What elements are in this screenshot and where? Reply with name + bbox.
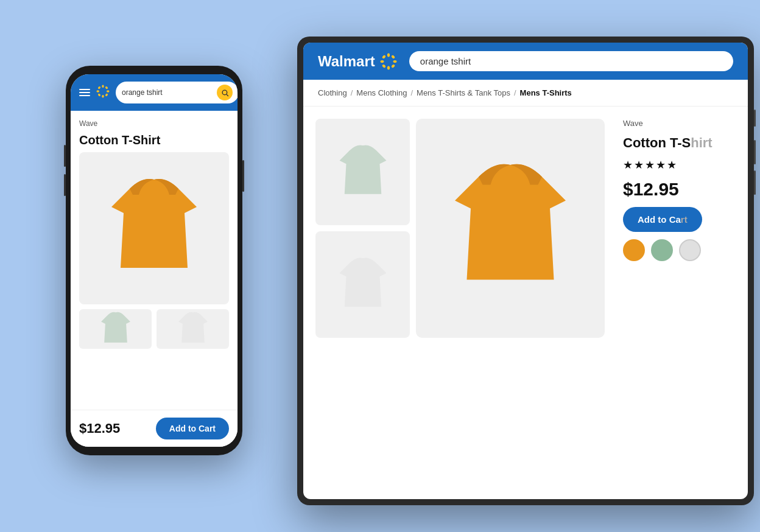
tablet-rating-stars: ★ ★ ★ ★ ★	[623, 158, 736, 172]
svg-point-10	[387, 53, 390, 57]
walmart-logo: Walmart	[318, 53, 397, 70]
walmart-spark-icon-phone	[96, 85, 110, 101]
svg-point-16	[391, 54, 395, 58]
tablet-power-button	[754, 110, 756, 127]
phone-thumb-1[interactable]	[79, 309, 152, 349]
svg-line-9	[226, 94, 228, 96]
breadcrumb-mens-clothing[interactable]: Mens Clothing	[356, 88, 407, 97]
svg-point-5	[105, 93, 108, 97]
svg-point-1	[102, 94, 104, 97]
walmart-spark-icon	[380, 53, 397, 70]
svg-point-12	[380, 60, 384, 62]
swatch-white[interactable]	[679, 239, 701, 261]
tablet-search-bar[interactable]	[409, 51, 733, 71]
svg-point-17	[382, 64, 386, 68]
phone-vol-down-button	[64, 174, 66, 196]
breadcrumb-current: Mens T-Shirts	[520, 88, 572, 97]
breadcrumb-mens-tshirts-tank[interactable]: Mens T-Shirts & Tank Tops	[417, 88, 510, 97]
phone-vol-up-button	[64, 145, 66, 167]
phone-header	[71, 74, 237, 111]
phone-brand-label: Wave	[79, 119, 229, 128]
svg-point-6	[105, 86, 108, 89]
tablet-thumb-2[interactable]	[315, 231, 410, 338]
phone-price: $12.95	[79, 421, 120, 436]
svg-point-3	[107, 90, 110, 92]
star-5: ★	[667, 158, 677, 172]
tablet-thumb-1[interactable]	[315, 119, 410, 225]
svg-point-8	[222, 90, 227, 95]
phone-add-to-cart-button[interactable]: Add to Cart	[156, 418, 229, 439]
tablet-brand-label: Wave	[623, 119, 736, 128]
phone-search-bar[interactable]	[116, 82, 237, 103]
svg-point-2	[96, 90, 99, 92]
svg-point-0	[102, 85, 104, 88]
star-2: ★	[634, 158, 644, 172]
tablet-search-input[interactable]	[420, 56, 722, 66]
tablet-product-title: Cotton T-Shirt	[623, 135, 736, 151]
swatch-green[interactable]	[651, 239, 673, 261]
tablet-main-image[interactable]	[416, 119, 605, 338]
tablet-product-info: Wave Cotton T-Shirt ★ ★ ★ ★ ★ $12.95 Add…	[617, 107, 748, 499]
tablet-screen: Walmart	[303, 43, 748, 499]
svg-point-7	[97, 93, 101, 97]
breadcrumb-sep-1: /	[351, 88, 353, 97]
tablet-vol-down-button	[754, 170, 756, 195]
svg-point-13	[393, 60, 396, 62]
tablet-device: Walmart	[297, 37, 754, 505]
swatch-orange[interactable]	[623, 239, 645, 261]
star-1: ★	[623, 158, 633, 172]
svg-point-11	[387, 66, 390, 69]
tablet-header: Walmart	[303, 43, 748, 80]
phone-content: Wave Cotton T-Shirt	[71, 111, 237, 410]
star-4: ★	[656, 158, 666, 172]
phone-thumbnail-row	[79, 309, 229, 349]
tablet-vol-up-button	[754, 140, 756, 164]
breadcrumb-sep-3: /	[514, 88, 516, 97]
color-swatches	[623, 239, 736, 261]
phone-thumb-2[interactable]	[157, 309, 229, 349]
phone-main-image[interactable]	[79, 152, 229, 304]
phone-search-button[interactable]	[217, 85, 233, 100]
phone-screen: Wave Cotton T-Shirt	[71, 74, 237, 447]
phone-power-button	[242, 160, 244, 192]
breadcrumb: Clothing / Mens Clothing / Mens T-Shirts…	[303, 80, 748, 107]
tablet-body: Wave Cotton T-Shirt ★ ★ ★ ★ ★ $12.95 Add…	[303, 107, 748, 499]
phone-footer: $12.95 Add to Cart	[71, 410, 237, 447]
tablet-price: $12.95	[623, 179, 736, 200]
phone-search-input[interactable]	[122, 88, 213, 97]
star-3: ★	[645, 158, 655, 172]
breadcrumb-sep-2: /	[410, 88, 413, 97]
tablet-gallery	[303, 107, 617, 499]
breadcrumb-clothing[interactable]: Clothing	[318, 88, 347, 97]
phone-product-title: Cotton T-Shirt	[79, 133, 229, 147]
svg-point-15	[391, 64, 395, 68]
walmart-text: Walmart	[318, 53, 375, 70]
svg-point-4	[97, 86, 101, 89]
hamburger-menu-button[interactable]	[79, 89, 90, 96]
phone-device: Wave Cotton T-Shirt	[66, 66, 242, 455]
svg-point-14	[382, 54, 386, 58]
tablet-thumbnails	[315, 119, 410, 487]
tablet-add-to-cart-button[interactable]: Add to Cart	[623, 207, 702, 232]
